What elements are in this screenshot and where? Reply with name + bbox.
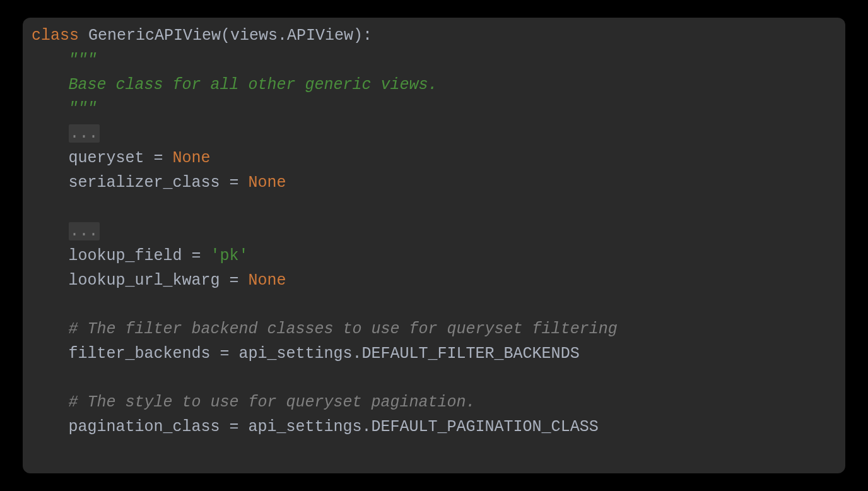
code-comment-filter: # The filter backend classes to use for … — [69, 320, 618, 338]
code-lookup-url-assign: lookup_url_kwarg = — [69, 271, 249, 290]
code-queryset-assign: queryset = — [69, 149, 173, 167]
code-fold-marker-1[interactable]: ... — [69, 124, 100, 143]
code-comment-pagination: # The style to use for queryset paginati… — [69, 393, 476, 411]
code-none-literal: None — [249, 271, 286, 290]
code-docstring-body: Base class for all other generic views. — [69, 76, 438, 94]
code-filter-backends-assign: filter_backends = api_settings.DEFAULT_F… — [69, 345, 580, 363]
code-none-literal: None — [249, 174, 286, 192]
code-block: class GenericAPIView(views.APIView): """… — [23, 18, 845, 473]
code-class-decl: GenericAPIView(views.APIView): — [79, 27, 372, 45]
code-pagination-assign: pagination_class = api_settings.DEFAULT_… — [69, 418, 599, 436]
code-serializer-assign: serializer_class = — [69, 174, 249, 192]
code-none-literal: None — [173, 149, 211, 167]
code-lookup-field-assign: lookup_field = — [69, 247, 211, 265]
code-fold-marker-2[interactable]: ... — [69, 222, 100, 240]
code-docstring-open: """ — [69, 51, 97, 69]
code-string-literal: 'pk' — [211, 247, 249, 265]
code-docstring-close: """ — [69, 100, 97, 118]
code-keyword-class: class — [32, 27, 79, 45]
